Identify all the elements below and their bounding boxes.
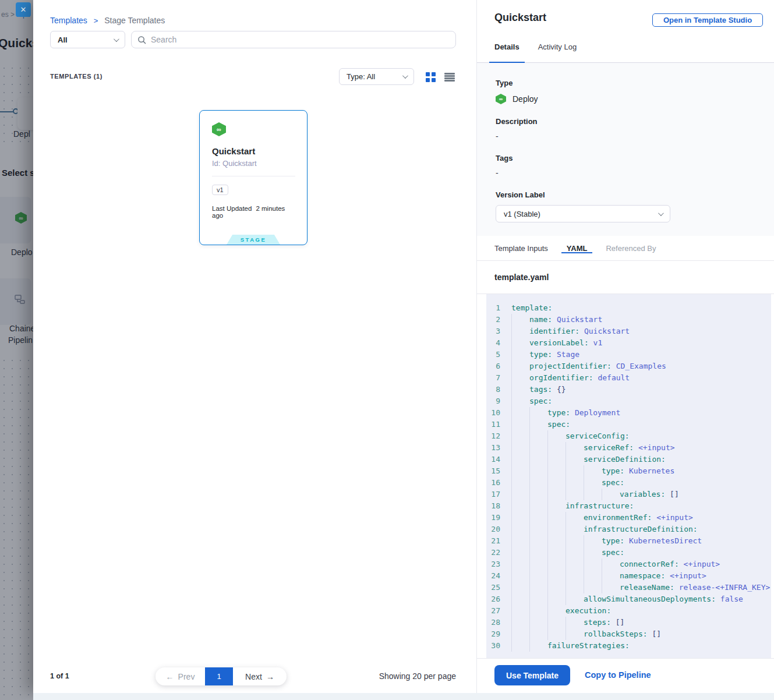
indent-guide [566, 628, 584, 640]
yaml-line-number: 5 [486, 349, 500, 360]
copy-to-pipeline-link[interactable]: Copy to Pipeline [585, 670, 651, 680]
list-view-icon[interactable] [444, 73, 455, 82]
template-selector-screen: es > Pipe Quicks Depl Select s ∞ Deplo C… [0, 0, 774, 700]
yaml-line-number: 14 [486, 454, 500, 465]
yaml-line-number: 6 [486, 360, 500, 372]
indent-guide [511, 360, 529, 372]
yaml-line-number: 26 [486, 593, 500, 605]
version-select-value: v1 (Stable) [504, 210, 540, 218]
indent-guide [529, 442, 547, 454]
yaml-line: 20infrastructureDefinition: [486, 524, 771, 535]
tab-details[interactable]: Details [489, 41, 525, 62]
page-summary: 1 of 1 [50, 672, 69, 680]
yaml-filename: template.yaml [477, 261, 774, 294]
yaml-key: namespace: [620, 571, 665, 580]
indent-guide [547, 430, 566, 442]
indent-guide [566, 593, 584, 605]
yaml-key: rollbackSteps: [584, 630, 648, 638]
yaml-line: 25releaseName: release-<+INFRA_KEY> [486, 582, 771, 593]
template-details-panel: Quickstart Open in Template Studio Detai… [476, 0, 774, 693]
search-input[interactable] [151, 35, 450, 44]
next-page-button[interactable]: Next → [233, 667, 287, 685]
tab-activity-log[interactable]: Activity Log [533, 41, 582, 62]
version-badge: v1 [212, 185, 228, 195]
version-select[interactable]: v1 (Stable) [496, 205, 670, 222]
scope-filter-select[interactable]: All [50, 31, 125, 48]
indent-guide [529, 465, 547, 477]
yaml-code[interactable]: 1template:2name: Quickstart3identifier: … [486, 294, 771, 658]
chevron-down-icon [402, 73, 408, 79]
yaml-key: serviceDefinition: [584, 455, 666, 464]
yaml-line-number: 2 [486, 314, 500, 326]
breadcrumb: Templates > Stage Templates [50, 16, 165, 25]
tab-template-inputs[interactable]: Template Inputs [489, 242, 553, 253]
indent-guide [529, 605, 547, 617]
grid-view-icon[interactable] [426, 72, 436, 82]
arrow-left-icon: ← [166, 672, 174, 681]
yaml-key: allowSimultaneousDeployments: [584, 595, 716, 603]
indent-guide [511, 372, 529, 384]
yaml-value: KubernetesDirect [629, 536, 702, 545]
close-drawer-button[interactable]: ✕ [16, 2, 31, 17]
yaml-value: false [720, 595, 743, 603]
indent-guide [602, 582, 620, 593]
yaml-line: 19environmentRef: <+input> [486, 512, 771, 524]
type-label: Type [496, 79, 757, 87]
drawer-bottom-strip [33, 693, 774, 700]
yaml-line: 21type: KubernetesDirect [486, 535, 771, 547]
template-card-title: Quickstart [212, 146, 295, 156]
type-value: Deploy [513, 94, 538, 104]
cd-hexagon-icon: ∞ [496, 94, 506, 104]
indent-guide [602, 489, 620, 500]
yaml-line-number: 16 [486, 477, 500, 489]
yaml-line-number: 1 [486, 302, 500, 314]
yaml-key: environmentRef: [584, 513, 652, 522]
yaml-line: 23connectorRef: <+input> [486, 558, 771, 570]
indent-guide [529, 640, 547, 652]
arrow-right-icon: → [266, 672, 274, 681]
indent-guide [529, 454, 547, 465]
use-template-button[interactable]: Use Template [494, 665, 570, 685]
indent-guide [547, 617, 566, 628]
breadcrumb-templates-link[interactable]: Templates [50, 16, 87, 25]
yaml-key: steps: [584, 618, 611, 627]
indent-guide [547, 454, 566, 465]
indent-guide [511, 454, 529, 465]
tags-label: Tags [496, 154, 757, 162]
yaml-value: Quickstart [584, 327, 630, 335]
yaml-line: 11spec: [486, 419, 771, 430]
prev-page-button[interactable]: ← Prev [155, 667, 205, 685]
indent-guide [547, 500, 566, 512]
yaml-value: Quickstart [557, 315, 602, 324]
tab-yaml[interactable]: YAML [561, 242, 593, 253]
yaml-key: type: [602, 466, 624, 475]
yaml-line: 14serviceDefinition: [486, 454, 771, 465]
indent-guide [584, 535, 602, 547]
showing-per-page-label: Showing 20 per page [379, 671, 456, 681]
tab-referenced-by[interactable]: Referenced By [600, 242, 661, 253]
yaml-line-number: 4 [486, 337, 500, 349]
yaml-line: 12serviceConfig: [486, 430, 771, 442]
yaml-value: [] [652, 630, 661, 638]
indent-guide [511, 349, 529, 360]
yaml-value: {} [557, 385, 566, 394]
yaml-line-number: 22 [486, 547, 500, 558]
yaml-value: default [598, 373, 630, 382]
details-footer: Use Template Copy to Pipeline [477, 658, 774, 693]
indent-guide [511, 419, 529, 430]
template-card-quickstart[interactable]: ∞ Quickstart Id: Quickstart v1 Last Upda… [199, 110, 308, 245]
infinity-glyph: ∞ [217, 126, 221, 133]
indent-guide [566, 582, 584, 593]
indent-guide [584, 558, 602, 570]
yaml-line-number: 29 [486, 628, 500, 640]
indent-guide [566, 477, 584, 489]
yaml-line-number: 30 [486, 640, 500, 652]
next-label: Next [245, 672, 262, 681]
search-icon [137, 36, 146, 44]
page-1-button[interactable]: 1 [205, 667, 233, 685]
open-in-template-studio-button[interactable]: Open in Template Studio [652, 13, 763, 27]
yaml-key: orgIdentifier: [529, 373, 593, 382]
type-filter-select[interactable]: Type: All [339, 68, 414, 85]
breadcrumb-current: Stage Templates [104, 16, 165, 25]
indent-guide [602, 570, 620, 582]
